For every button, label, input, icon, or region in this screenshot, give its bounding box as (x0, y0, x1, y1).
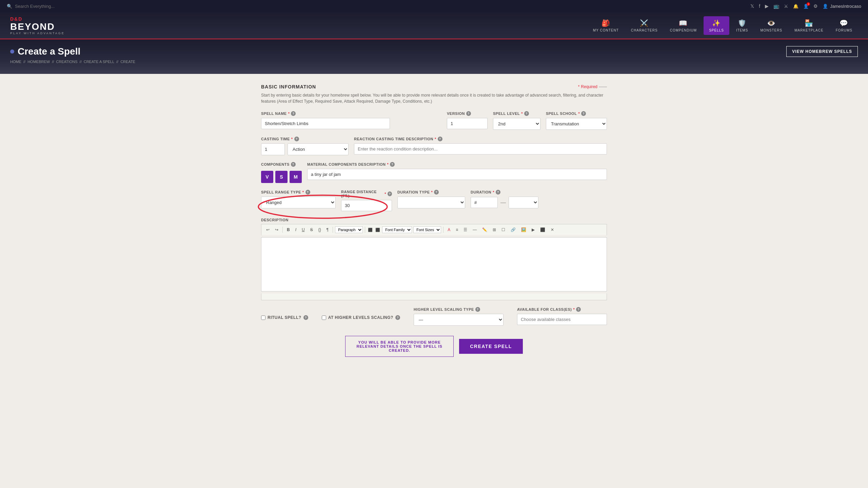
underline-button[interactable]: U (300, 227, 307, 233)
twitch-icon[interactable]: 📺 (773, 3, 779, 9)
list-ordered-button[interactable]: ☰ (461, 227, 469, 233)
spell-school-help[interactable]: ? (581, 111, 586, 116)
nav-item-my-content[interactable]: 🎒 MY CONTENT (588, 16, 624, 35)
description-editor[interactable] (261, 237, 607, 291)
spell-name-input[interactable] (261, 118, 390, 129)
duration-number-input[interactable] (471, 197, 498, 208)
search-area[interactable]: 🔍 (7, 4, 83, 9)
settings-icon[interactable]: ⚙ (813, 3, 818, 9)
list-unordered-button[interactable]: ≡ (454, 227, 460, 233)
insert-button[interactable]: ☐ (499, 227, 507, 233)
spell-level-help[interactable]: ? (524, 111, 529, 116)
facebook-icon[interactable]: f (759, 3, 760, 9)
ritual-label[interactable]: RITUAL SPELL? (268, 315, 301, 320)
material-desc-help[interactable]: ? (390, 162, 395, 167)
search-input[interactable] (15, 4, 83, 9)
video-button[interactable]: ▶ (530, 227, 537, 233)
higher-levels-checkbox[interactable] (322, 316, 326, 320)
material-desc-input[interactable] (307, 169, 607, 180)
component-v-button[interactable]: V (261, 171, 273, 183)
hr-button[interactable]: — (471, 227, 479, 233)
duration-type-help[interactable]: ? (434, 190, 439, 195)
spell-name-label: SPELL NAME * ? (261, 111, 441, 116)
casting-time-type-select[interactable]: Action Bonus Action Reaction 1 Minute 10… (288, 143, 349, 155)
pencil-button[interactable]: ✏️ (480, 227, 489, 233)
nav-item-characters[interactable]: ⚔️ CHARACTERS (626, 16, 663, 35)
link-button[interactable]: 🔗 (509, 227, 518, 233)
code-button[interactable]: {} (316, 227, 323, 233)
paragraph-style-select[interactable]: Paragraph Heading 1 Heading 2 (335, 226, 363, 233)
components-help[interactable]: ? (291, 162, 296, 167)
info-button[interactable]: YOU WILL BE ABLE TO PROVIDE MORE RELEVAN… (345, 336, 454, 357)
redo-button[interactable]: ↪ (273, 227, 280, 233)
component-m-button[interactable]: M (290, 171, 302, 183)
version-help[interactable]: ? (466, 111, 471, 116)
twitter-icon[interactable]: 𝕏 (750, 3, 754, 9)
nav-item-characters-label: CHARACTERS (631, 28, 658, 32)
duration-unit-select[interactable] (509, 197, 538, 208)
available-classes-help[interactable]: ? (576, 307, 581, 312)
dnd-icon[interactable]: ⚔ (784, 3, 788, 9)
reaction-help[interactable]: ? (438, 137, 442, 141)
breadcrumb-home[interactable]: HOME (10, 60, 21, 64)
reaction-label: REACTION CASTING TIME DESCRIPTION * ? (354, 137, 607, 141)
ritual-checkbox[interactable] (261, 316, 265, 320)
message-icon[interactable]: 👤1 (803, 4, 809, 9)
casting-time-number-input[interactable] (261, 143, 285, 155)
main-nav: 🎒 MY CONTENT ⚔️ CHARACTERS 📖 COMPENDIUM … (588, 16, 858, 35)
reaction-input[interactable] (354, 143, 607, 155)
available-classes-input[interactable] (517, 314, 607, 325)
site-logo[interactable]: D&D BEYOND PLAY WITH ADVANTAGE (10, 16, 65, 35)
embed-button[interactable]: ⬛ (538, 227, 547, 233)
block-button[interactable]: ¶ (324, 227, 331, 233)
nav-item-forums[interactable]: 💬 FORUMS (830, 16, 858, 35)
undo-button[interactable]: ↩ (264, 227, 272, 233)
breadcrumb-creations[interactable]: CREATIONS (56, 60, 77, 64)
duration-help[interactable]: ? (496, 190, 500, 195)
description-label: DESCRIPTION (261, 218, 607, 222)
user-menu[interactable]: 👤 JamesIntrocaso (823, 4, 861, 9)
youtube-icon[interactable]: ▶ (765, 3, 769, 9)
version-group: VERSION ? (447, 111, 488, 129)
create-spell-button[interactable]: CREATE SPELL (459, 339, 523, 354)
nav-item-marketplace[interactable]: 🏪 MARKETPLACE (789, 16, 829, 35)
page-title: Create a Spell (10, 46, 80, 57)
nav-item-spells[interactable]: ✨ SPELLS (704, 16, 729, 35)
font-family-select[interactable]: Font Family (382, 226, 412, 233)
nav-item-monsters[interactable]: 👁️ MONSTERS (755, 16, 788, 35)
notification-bell[interactable]: 🔔 (793, 4, 798, 9)
breadcrumb-homebrew[interactable]: HOMEBREW (27, 60, 50, 64)
toolbar-divider-2 (333, 227, 333, 233)
higher-level-scaling-help[interactable]: ? (475, 307, 480, 312)
text-color-button[interactable]: A (446, 227, 452, 233)
components-label: COMPONENTS ? (261, 162, 302, 167)
spell-school-select[interactable]: Abjuration Conjuration Divination Enchan… (546, 118, 607, 130)
strikethrough-button[interactable]: S (308, 227, 315, 233)
duration-type-select[interactable]: Instantaneous Timed Until Dispelled Spec… (397, 197, 465, 208)
bold-button[interactable]: B (285, 227, 292, 233)
source-button[interactable]: ✕ (549, 227, 556, 233)
casting-time-help[interactable]: ? (294, 137, 299, 141)
higher-level-scaling-select[interactable]: — (414, 314, 504, 326)
font-size-select[interactable]: Font Sizes (413, 226, 441, 233)
range-distance-help[interactable]: ? (388, 191, 392, 196)
image-button[interactable]: 🖼️ (519, 227, 528, 233)
table-button[interactable]: ⊞ (491, 227, 498, 233)
breadcrumb-create-spell[interactable]: CREATE A SPELL (84, 60, 114, 64)
spell-name-help[interactable]: ? (291, 111, 296, 116)
toolbar-icon-1: ⬛ (367, 228, 373, 232)
higher-levels-label[interactable]: AT HIGHER LEVELS SCALING? (328, 315, 393, 320)
range-distance-input[interactable] (341, 200, 392, 211)
spell-range-type-select[interactable]: Self Touch Ranged Sight Unlimited Specia… (261, 197, 336, 208)
spell-level-select[interactable]: Cantrip 1st 2nd 3rd 4th 5th 6th 7th 8th … (493, 118, 540, 130)
view-homebrew-button[interactable]: VIEW HOMEBREW SPELLS (786, 46, 858, 57)
component-s-button[interactable]: S (275, 171, 288, 183)
version-input[interactable] (447, 118, 488, 129)
bottom-options-row: RITUAL SPELL? ? AT HIGHER LEVELS SCALING… (261, 307, 607, 326)
nav-item-items[interactable]: 🛡️ ITEMS (731, 16, 754, 35)
italic-button[interactable]: I (293, 227, 298, 233)
spell-range-type-help[interactable]: ? (305, 190, 310, 195)
higher-levels-help[interactable]: ? (395, 315, 400, 320)
nav-item-compendium[interactable]: 📖 COMPENDIUM (665, 16, 702, 35)
ritual-help[interactable]: ? (303, 315, 308, 320)
